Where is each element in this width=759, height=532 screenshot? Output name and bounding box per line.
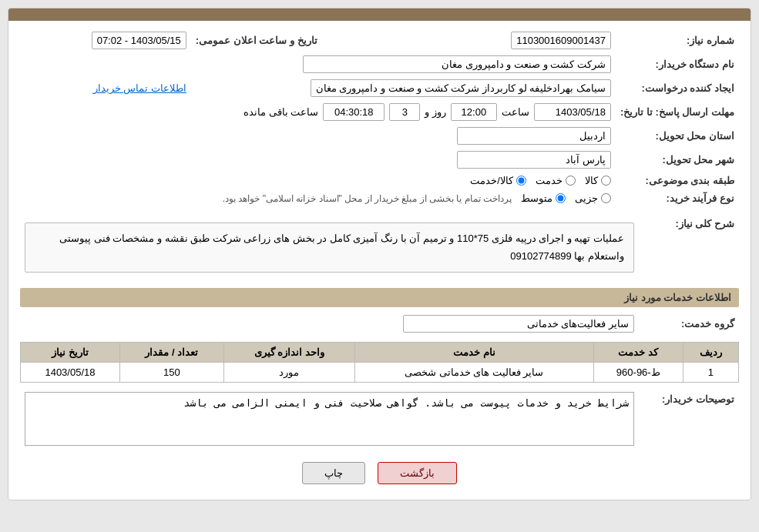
station-value: شرکت کشت و صنعت و دامپروری مغان bbox=[303, 55, 611, 73]
category-radio-khedmat[interactable] bbox=[566, 176, 576, 186]
services-table: ردیف کد خدمت نام خدمت واحد اندازه گیری ت… bbox=[20, 342, 739, 383]
process-radio-motavaset[interactable] bbox=[556, 193, 566, 203]
col-header-qty: تعداد / مقدار bbox=[119, 342, 223, 362]
buyer-desc-textarea[interactable] bbox=[25, 392, 634, 446]
category-khedmat-label: خدمت bbox=[536, 175, 563, 186]
process-option-motavaset[interactable]: متوسط bbox=[521, 192, 566, 204]
province-value: اردبیل bbox=[457, 127, 611, 145]
deadline-date: 1403/05/18 bbox=[534, 103, 611, 121]
col-header-unit: واحد اندازه گیری bbox=[223, 342, 354, 362]
service-group-label: گروه خدمت: bbox=[639, 312, 739, 336]
contact-link[interactable]: اطلاعات تماس خریدار bbox=[93, 82, 186, 94]
cell-qty-0: 150 bbox=[119, 362, 223, 382]
process-motavaset-label: متوسط bbox=[521, 192, 552, 204]
days-label: روز و bbox=[425, 106, 446, 118]
category-option-khedmat[interactable]: خدمت bbox=[536, 175, 576, 186]
deadline-days: 3 bbox=[389, 103, 420, 121]
category-kala-label: کالا bbox=[585, 175, 598, 186]
process-label: نوع فرآیند خرید: bbox=[616, 189, 739, 207]
city-label: شهر محل تحویل: bbox=[616, 148, 739, 172]
need-number-value: 1103001609001437 bbox=[511, 32, 611, 49]
page-header bbox=[8, 8, 751, 21]
process-option-jozi[interactable]: جزیی bbox=[575, 192, 611, 204]
announce-datetime-value: 1403/05/15 - 07:02 bbox=[92, 32, 186, 49]
back-button[interactable]: بازگشت bbox=[378, 462, 457, 484]
creator-value: سیامک بهرادخلیفه لو کاربرداز شرکت کشت و … bbox=[311, 79, 611, 97]
category-option-kala[interactable]: کالا bbox=[585, 175, 611, 186]
city-value: پارس آباد bbox=[457, 151, 611, 169]
buyer-desc-table: توصیحات خریدار: bbox=[20, 389, 739, 451]
col-header-code: کد خدمت bbox=[593, 342, 683, 362]
description-value: عملیات تهیه و اجرای درپیه فلزی 75*110 و … bbox=[25, 223, 634, 273]
category-both-label: کالا/خدمت bbox=[470, 175, 513, 186]
buyer-desc-label: توصیحات خریدار: bbox=[639, 389, 739, 451]
process-radio-jozi[interactable] bbox=[601, 193, 611, 203]
cell-row-0: 1 bbox=[683, 362, 738, 382]
creator-label: ایجاد کننده درخواست: bbox=[616, 76, 739, 100]
button-row: بازگشت چاپ bbox=[20, 462, 739, 492]
col-header-date: تاریخ نیاز bbox=[21, 342, 120, 362]
service-group-value: سایر فعالیت‌های خدماتی bbox=[403, 315, 634, 333]
description-table: شرح کلی نیاز: عملیات تهیه و اجرای درپیه … bbox=[20, 213, 739, 282]
need-number-label: شماره نیاز: bbox=[616, 28, 739, 52]
hour-label: ساعت bbox=[502, 106, 529, 118]
category-radio-both[interactable] bbox=[516, 176, 526, 186]
table-row: 1 ط-96-960 سایر فعالیت های خدماتی شخصی م… bbox=[21, 362, 739, 382]
description-label: شرح کلی نیاز: bbox=[639, 213, 739, 282]
announce-datetime-label: تاریخ و ساعت اعلان عمومی: bbox=[191, 28, 322, 52]
service-group-table: گروه خدمت: سایر فعالیت‌های خدماتی bbox=[20, 312, 739, 336]
col-header-row: ردیف bbox=[683, 342, 738, 362]
deadline-time: 12:00 bbox=[451, 103, 497, 121]
process-jozi-label: جزیی bbox=[575, 192, 598, 204]
remaining-label: ساعت باقی مانده bbox=[243, 106, 318, 118]
category-label: طبقه بندی موضوعی: bbox=[616, 172, 739, 189]
category-option-both[interactable]: کالا/خدمت bbox=[470, 175, 526, 186]
col-header-name: نام خدمت bbox=[354, 342, 593, 362]
cell-unit-0: مورد bbox=[223, 362, 354, 382]
send-date-label: مهلت ارسال پاسخ: تا تاریخ: bbox=[616, 100, 739, 124]
deadline-remaining: 04:30:18 bbox=[323, 103, 385, 121]
info-table: شماره نیاز: 1103001609001437 تاریخ و ساع… bbox=[20, 28, 739, 207]
cell-name-0: سایر فعالیت های خدماتی شخصی bbox=[354, 362, 593, 382]
cell-code-0: ط-96-960 bbox=[593, 362, 683, 382]
services-section-header: اطلاعات خدمات مورد نیاز bbox=[20, 288, 739, 307]
process-note: پرداخت تمام یا بخشی از مبلغ خریدار از مح… bbox=[223, 193, 512, 204]
province-label: استان محل تحویل: bbox=[616, 124, 739, 148]
print-button[interactable]: چاپ bbox=[302, 462, 365, 484]
category-radio-kala[interactable] bbox=[601, 176, 611, 186]
cell-date-0: 1403/05/18 bbox=[21, 362, 120, 382]
station-label: نام دستگاه خریدار: bbox=[616, 52, 739, 76]
